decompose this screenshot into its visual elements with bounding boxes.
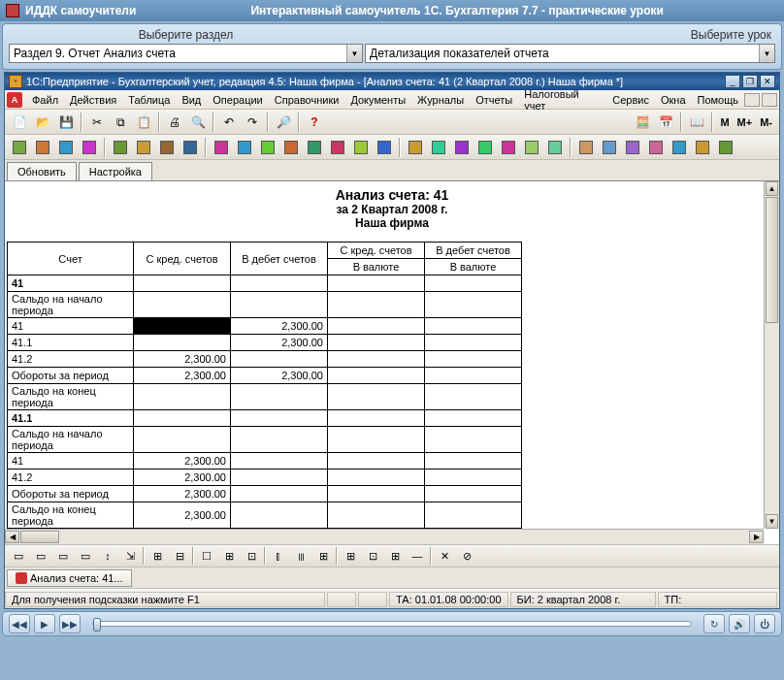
repeat-button[interactable]: ↻: [703, 614, 725, 633]
scroll-right-icon[interactable]: ▶: [749, 531, 764, 543]
acct-tool-24[interactable]: [599, 137, 620, 158]
vertical-scrollbar[interactable]: ▲ ▼: [764, 181, 779, 529]
window-tab[interactable]: Анализ счета: 41...: [7, 569, 132, 587]
acct-tool-28[interactable]: [692, 137, 713, 158]
preview-icon[interactable]: 🔍: [187, 112, 209, 133]
chevron-down-icon[interactable]: ▼: [346, 45, 362, 62]
fmt-tool-3[interactable]: ▭: [76, 546, 95, 566]
table-row[interactable]: 41: [8, 275, 522, 292]
table-row[interactable]: Сальдо на начало периода: [8, 292, 522, 318]
acct-tool-15[interactable]: [374, 137, 395, 158]
table-row[interactable]: Сальдо на конец периода: [8, 384, 522, 410]
table-row[interactable]: 41.1: [8, 410, 522, 427]
table-row[interactable]: Обороты за период2,300.00: [8, 486, 522, 502]
fmt-tool-4[interactable]: ↕: [98, 546, 117, 566]
fmt-tool-18[interactable]: ⊞: [341, 546, 360, 566]
cut-icon[interactable]: ✂: [86, 112, 108, 133]
menu-journals[interactable]: Журналы: [411, 94, 470, 106]
lesson-select[interactable]: Детализация показателей отчета ▼: [365, 44, 775, 63]
scroll-left-icon[interactable]: ◀: [5, 531, 19, 543]
section-select[interactable]: Раздел 9. Отчет Анализ счета ▼: [9, 44, 363, 63]
menu-windows[interactable]: Окна: [655, 94, 692, 106]
mdi-min-button[interactable]: [744, 93, 760, 107]
menu-file[interactable]: Файл: [26, 94, 64, 106]
acct-tool-29[interactable]: [715, 137, 736, 158]
acct-tool-23[interactable]: [575, 137, 597, 158]
menu-directories[interactable]: Справочники: [269, 94, 345, 106]
save-icon[interactable]: 💾: [55, 112, 77, 133]
undo-icon[interactable]: ↶: [218, 112, 240, 133]
restore-button[interactable]: ❐: [742, 75, 758, 88]
acct-tool-27[interactable]: [669, 137, 690, 158]
acct-tool-0[interactable]: [9, 137, 30, 158]
chevron-down-icon[interactable]: ▼: [759, 45, 774, 62]
table-row[interactable]: Обороты за период2,300.002,300.00: [8, 368, 522, 384]
fmt-tool-21[interactable]: —: [408, 546, 427, 566]
acct-tool-20[interactable]: [498, 137, 519, 158]
calendar-icon[interactable]: 📅: [655, 112, 676, 133]
menu-help[interactable]: Помощь: [692, 94, 745, 106]
menu-tax[interactable]: Налоговый учет: [518, 88, 606, 112]
acct-tool-26[interactable]: [645, 137, 667, 158]
open-icon[interactable]: 📂: [32, 112, 53, 133]
close-button[interactable]: ✕: [760, 75, 775, 88]
acct-tool-12[interactable]: [304, 137, 325, 158]
menu-service[interactable]: Сервис: [606, 94, 655, 106]
find-icon[interactable]: 🔎: [273, 112, 294, 133]
paste-icon[interactable]: 📋: [133, 112, 154, 133]
exit-button[interactable]: ⏻: [754, 614, 775, 633]
menu-documents[interactable]: Документы: [344, 94, 411, 106]
table-row[interactable]: 412,300.002,300.00: [8, 318, 522, 335]
next-button[interactable]: ▶▶: [59, 614, 81, 633]
scroll-thumb[interactable]: [766, 197, 778, 323]
acct-tool-5[interactable]: [133, 137, 154, 158]
acct-tool-3[interactable]: [79, 137, 100, 158]
scroll-down-icon[interactable]: ▼: [766, 514, 778, 529]
fmt-tool-0[interactable]: ▭: [9, 546, 28, 566]
table-row[interactable]: 41.22,300.00: [8, 351, 522, 368]
acct-tool-18[interactable]: [451, 137, 473, 158]
fmt-tool-19[interactable]: ⊡: [363, 546, 382, 566]
menu-reports[interactable]: Отчеты: [470, 94, 518, 106]
fmt-tool-8[interactable]: ⊟: [170, 546, 189, 566]
acct-tool-9[interactable]: [234, 137, 255, 158]
tab-settings[interactable]: Настройка: [79, 162, 152, 180]
fmt-tool-16[interactable]: ⊞: [313, 546, 333, 566]
menu-view[interactable]: Вид: [176, 94, 207, 106]
acct-tool-22[interactable]: [544, 137, 566, 158]
calc-icon[interactable]: 🧮: [632, 112, 653, 133]
fmt-tool-24[interactable]: ⊘: [457, 546, 476, 566]
m-minus-button[interactable]: M-: [757, 116, 775, 128]
play-button[interactable]: ▶: [34, 614, 55, 633]
prev-button[interactable]: ◀◀: [9, 614, 30, 633]
book-icon[interactable]: 📖: [686, 112, 707, 133]
fmt-tool-7[interactable]: ⊞: [147, 546, 167, 566]
table-row[interactable]: Сальдо на конец периода2,300.00: [8, 502, 522, 529]
acct-tool-2[interactable]: [55, 137, 77, 158]
fmt-tool-5[interactable]: ⇲: [120, 546, 140, 566]
new-icon[interactable]: 📄: [9, 112, 30, 133]
acct-tool-4[interactable]: [110, 137, 131, 158]
scroll-up-icon[interactable]: ▲: [766, 181, 778, 196]
progress-slider[interactable]: [92, 621, 692, 627]
acct-tool-1[interactable]: [32, 137, 53, 158]
table-row[interactable]: 41.22,300.00: [8, 470, 522, 486]
fmt-tool-20[interactable]: ⊞: [385, 546, 405, 566]
m-button[interactable]: M: [717, 116, 732, 128]
mdi-close-button[interactable]: [762, 93, 777, 107]
menu-actions[interactable]: Действия: [64, 94, 122, 106]
acct-tool-10[interactable]: [257, 137, 278, 158]
horizontal-scrollbar[interactable]: ◀ ▶: [5, 529, 764, 544]
acct-tool-13[interactable]: [327, 137, 348, 158]
table-row[interactable]: 412,300.00: [8, 453, 522, 470]
minimize-button[interactable]: _: [725, 75, 740, 88]
fmt-tool-2[interactable]: ▭: [53, 546, 73, 566]
tab-refresh[interactable]: Обновить: [7, 162, 77, 180]
fmt-tool-1[interactable]: ▭: [31, 546, 50, 566]
fmt-tool-11[interactable]: ⊞: [219, 546, 239, 566]
slider-knob[interactable]: [93, 618, 101, 631]
fmt-tool-10[interactable]: ☐: [197, 546, 216, 566]
copy-icon[interactable]: ⧉: [110, 112, 131, 133]
acct-tool-14[interactable]: [350, 137, 372, 158]
acct-tool-19[interactable]: [474, 137, 496, 158]
